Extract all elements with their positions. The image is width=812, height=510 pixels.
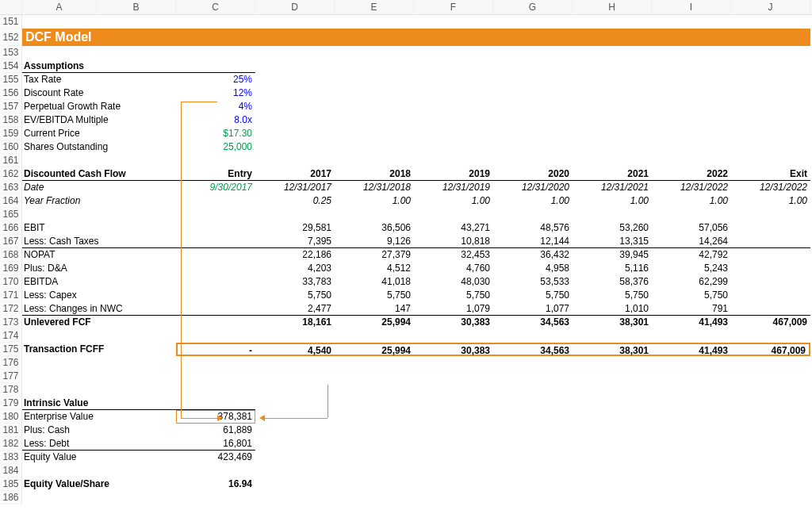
cell[interactable]	[414, 410, 493, 424]
cell[interactable]	[97, 15, 176, 29]
cell[interactable]	[493, 383, 573, 397]
cell[interactable]	[335, 46, 414, 59]
cell[interactable]	[573, 154, 652, 167]
cell[interactable]: 48,576	[493, 221, 573, 235]
col-header[interactable]: J	[731, 0, 810, 14]
cell[interactable]: 1.00	[573, 194, 652, 208]
cell[interactable]	[255, 437, 335, 451]
cell[interactable]: 1,077	[493, 302, 573, 316]
cell[interactable]	[493, 46, 573, 59]
cell[interactable]	[493, 329, 573, 343]
cell[interactable]	[22, 15, 97, 29]
row-header[interactable]: 172	[0, 302, 22, 316]
cell[interactable]	[414, 59, 493, 73]
col-header[interactable]: F	[414, 0, 493, 14]
cell[interactable]	[22, 208, 97, 221]
cell[interactable]	[97, 491, 176, 504]
cell[interactable]	[573, 437, 652, 451]
cell[interactable]: 1.00	[652, 194, 731, 208]
cell[interactable]	[335, 491, 414, 504]
cell[interactable]	[97, 464, 176, 477]
row-header[interactable]: 160	[0, 140, 22, 154]
col-header[interactable]: I	[652, 0, 731, 14]
cell[interactable]	[573, 370, 652, 383]
cell[interactable]	[731, 140, 810, 154]
cell[interactable]: 30,383	[414, 343, 493, 356]
cell[interactable]	[493, 154, 573, 167]
cell[interactable]	[414, 451, 493, 464]
cell[interactable]: 1,079	[414, 302, 493, 316]
cell[interactable]	[255, 100, 335, 113]
cell[interactable]	[414, 370, 493, 383]
cell[interactable]	[493, 477, 573, 491]
cell[interactable]	[22, 329, 97, 343]
cell[interactable]	[493, 73, 573, 86]
cell[interactable]	[414, 437, 493, 451]
cell[interactable]: Tax Rate	[22, 73, 176, 86]
cell[interactable]: 2022	[652, 167, 731, 181]
cell[interactable]	[652, 59, 731, 73]
cell[interactable]	[176, 262, 255, 275]
row-header[interactable]: 176	[0, 356, 22, 370]
cell[interactable]	[652, 464, 731, 477]
cell[interactable]	[255, 46, 335, 59]
cell[interactable]: Intrinsic Value	[22, 397, 176, 410]
cell[interactable]	[731, 302, 810, 316]
cell[interactable]	[652, 208, 731, 221]
cell[interactable]	[652, 424, 731, 437]
cell[interactable]: 12,144	[493, 235, 573, 248]
cell[interactable]	[731, 451, 810, 464]
cell[interactable]: 22,186	[255, 248, 335, 262]
cell[interactable]	[731, 424, 810, 437]
cell[interactable]	[652, 154, 731, 167]
cell[interactable]: 1,010	[573, 302, 652, 316]
cell[interactable]	[97, 329, 176, 343]
row-header[interactable]: 184	[0, 464, 22, 477]
cell[interactable]	[493, 464, 573, 477]
cell[interactable]: 9/30/2017	[176, 181, 255, 194]
cell[interactable]: 13,315	[573, 235, 652, 248]
cell[interactable]: 2,477	[255, 302, 335, 316]
cell[interactable]	[414, 491, 493, 504]
row-header[interactable]: 152	[0, 29, 22, 46]
cell[interactable]: Entry	[176, 167, 255, 181]
cell[interactable]: 5,750	[652, 289, 731, 302]
cell[interactable]: 791	[652, 302, 731, 316]
cell[interactable]	[731, 410, 810, 424]
cell[interactable]	[335, 73, 414, 86]
cell[interactable]: 4,958	[493, 262, 573, 275]
cell[interactable]	[335, 464, 414, 477]
cell[interactable]	[176, 59, 255, 73]
cell[interactable]: Transaction FCFF	[22, 343, 176, 356]
cell[interactable]: 30,383	[414, 316, 493, 329]
row-header[interactable]: 171	[0, 289, 22, 302]
cell[interactable]	[652, 140, 731, 154]
cell[interactable]	[97, 370, 176, 383]
cell[interactable]	[493, 59, 573, 73]
cell[interactable]	[335, 451, 414, 464]
cell[interactable]: 12/31/2021	[573, 181, 652, 194]
cell[interactable]: 25,994	[335, 343, 414, 356]
col-header[interactable]: D	[255, 0, 335, 14]
cell[interactable]: 41,018	[335, 275, 414, 289]
cell[interactable]: 4,512	[335, 262, 414, 275]
cell[interactable]: Less: Debt	[22, 437, 176, 451]
cell[interactable]	[414, 477, 493, 491]
cell[interactable]	[255, 491, 335, 504]
row-header[interactable]: 165	[0, 208, 22, 221]
cell[interactable]: $17.30	[176, 127, 255, 140]
cell[interactable]	[652, 15, 731, 29]
cell[interactable]	[176, 383, 255, 397]
cell[interactable]	[414, 329, 493, 343]
cell[interactable]	[573, 424, 652, 437]
cell[interactable]	[335, 140, 414, 154]
row-header[interactable]: 164	[0, 194, 22, 208]
cell[interactable]	[573, 127, 652, 140]
cell[interactable]	[652, 477, 731, 491]
cell[interactable]	[731, 113, 810, 127]
cell[interactable]: 16,801	[176, 437, 255, 451]
cell[interactable]	[335, 100, 414, 113]
cell[interactable]	[255, 113, 335, 127]
cell[interactable]	[335, 410, 414, 424]
cell[interactable]	[652, 86, 731, 100]
